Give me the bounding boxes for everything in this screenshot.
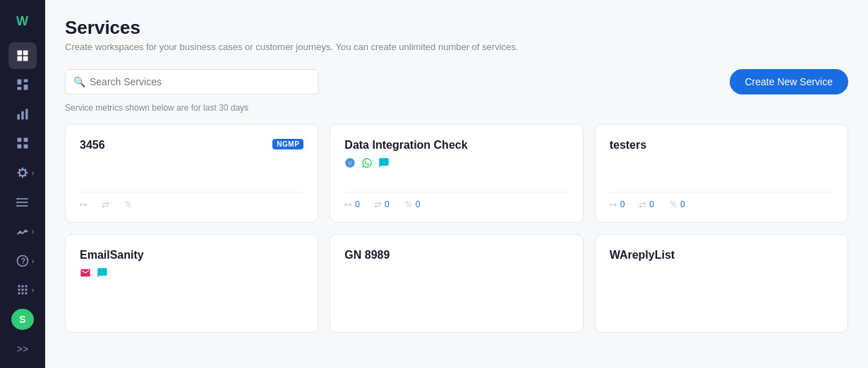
chat-icon <box>378 157 390 171</box>
search-input[interactable] <box>65 69 319 94</box>
stat-percent: ％ <box>123 198 133 211</box>
card-channel-icons <box>344 157 568 171</box>
percent-icon: ％ <box>123 198 133 211</box>
user-avatar[interactable]: S <box>11 309 34 330</box>
create-new-service-button[interactable]: Create New Service <box>730 69 849 94</box>
card-title: Data Integration Check <box>344 139 467 152</box>
google-icon <box>344 157 356 171</box>
svg-point-26 <box>21 285 23 287</box>
stat-percent: ％ 0 <box>668 198 685 211</box>
ngmp-badge: NGMP <box>272 139 303 149</box>
card-title: testers <box>610 139 646 152</box>
percent-icon: ％ <box>404 198 413 211</box>
stat-incoming: ↦ <box>80 198 88 211</box>
card-header: EmailSanity <box>80 249 303 262</box>
card-channel-icons <box>80 267 303 281</box>
page-title: Services <box>65 17 848 39</box>
outgoing-icon: ⇄ <box>374 200 382 210</box>
service-card-data-integration[interactable]: Data Integration Check ↦ 0 ⇄ <box>330 124 583 223</box>
service-card-emailsanity[interactable]: EmailSanity <box>65 234 318 333</box>
svg-rect-6 <box>18 80 22 85</box>
svg-point-33 <box>25 292 27 294</box>
percent-icon: ％ <box>668 198 677 211</box>
svg-point-27 <box>25 285 27 287</box>
svg-rect-2 <box>18 50 23 55</box>
search-icon: 🔍 <box>73 76 85 87</box>
page-subtitle: Create workspaces for your business case… <box>65 42 848 52</box>
stat-incoming: ↦ 0 <box>610 198 625 211</box>
stat-incoming: ↦ 0 <box>344 198 360 211</box>
service-card-testers[interactable]: testers ↦ 0 ⇄ 0 ％ 0 <box>595 124 848 223</box>
svg-rect-11 <box>21 111 23 120</box>
settings-chevron-icon: › <box>32 168 34 176</box>
service-card-3456[interactable]: 3456 NGMP ↦ ⇄ ％ <box>65 124 318 223</box>
sidebar-item-home[interactable] <box>8 42 37 69</box>
stat-percent: ％ 0 <box>404 198 421 211</box>
svg-point-29 <box>21 288 23 290</box>
metrics-note: Service metrics shown below are for last… <box>65 103 848 113</box>
svg-rect-17 <box>18 198 28 200</box>
service-card-gn8989[interactable]: GN 8989 <box>330 234 583 333</box>
sidebar-item-settings[interactable]: › <box>8 159 37 186</box>
svg-rect-7 <box>24 80 28 82</box>
svg-point-20 <box>16 197 18 200</box>
svg-rect-19 <box>18 205 28 207</box>
card-stats: ↦ 0 ⇄ 0 ％ 0 <box>344 192 568 211</box>
analytics-chevron-icon: › <box>32 228 34 235</box>
svg-rect-3 <box>23 50 28 55</box>
main-content: Services Create workspaces for your busi… <box>45 0 868 368</box>
apps-chevron-icon: › <box>32 286 34 294</box>
stat-outgoing-value: 0 <box>649 200 654 209</box>
svg-text:?: ? <box>21 257 26 265</box>
svg-rect-10 <box>18 114 20 120</box>
services-grid: 3456 NGMP ↦ ⇄ ％ Data Integration Check <box>65 124 848 333</box>
toolbar: 🔍 Create New Service <box>65 69 848 94</box>
stat-percent-value: 0 <box>416 200 421 209</box>
svg-point-28 <box>18 288 20 290</box>
stat-outgoing: ⇄ 0 <box>374 198 390 211</box>
sidebar-item-modules[interactable] <box>8 130 37 157</box>
card-header: WAreplyList <box>610 249 833 262</box>
incoming-icon: ↦ <box>80 200 88 210</box>
svg-rect-8 <box>18 87 22 90</box>
card-title: 3456 <box>80 139 105 152</box>
service-card-wareplylist[interactable]: WAreplyList <box>595 234 848 333</box>
help-chevron-icon: › <box>32 257 34 264</box>
card-stats: ↦ 0 ⇄ 0 ％ 0 <box>610 192 833 211</box>
card-stats: ↦ ⇄ ％ <box>80 192 303 211</box>
email-icon <box>80 267 91 281</box>
svg-rect-4 <box>18 56 23 61</box>
outgoing-icon: ⇄ <box>102 200 109 210</box>
sidebar-item-lists[interactable] <box>8 189 37 216</box>
incoming-icon: ↦ <box>344 200 352 210</box>
sidebar-expand-button[interactable]: >> <box>8 338 37 360</box>
chat-icon <box>97 267 108 281</box>
svg-rect-13 <box>18 138 22 142</box>
stat-outgoing: ⇄ <box>102 198 109 211</box>
card-title: WAreplyList <box>610 249 675 262</box>
card-header: Data Integration Check <box>344 139 568 152</box>
sidebar-item-apps[interactable]: › <box>8 276 37 303</box>
sidebar-item-dashboard[interactable] <box>8 72 37 99</box>
outgoing-icon: ⇄ <box>639 200 646 210</box>
app-logo[interactable]: W <box>10 8 35 34</box>
sidebar-item-help[interactable]: ? › <box>8 247 37 274</box>
whatsapp-icon <box>361 157 373 171</box>
svg-point-32 <box>21 292 23 294</box>
card-title: GN 8989 <box>344 249 390 262</box>
stat-outgoing: ⇄ 0 <box>639 198 654 211</box>
sidebar: W › › ? › › <box>0 0 45 368</box>
svg-rect-15 <box>18 145 22 149</box>
card-title: EmailSanity <box>80 249 144 262</box>
search-wrapper: 🔍 <box>65 69 319 94</box>
stat-incoming-value: 0 <box>620 200 625 209</box>
svg-text:W: W <box>16 14 28 28</box>
incoming-icon: ↦ <box>610 200 617 210</box>
sidebar-item-reports[interactable] <box>8 101 37 128</box>
svg-rect-9 <box>24 85 28 90</box>
svg-rect-5 <box>23 56 28 61</box>
sidebar-item-analytics[interactable]: › <box>8 218 37 245</box>
card-header: testers <box>610 139 833 152</box>
svg-point-22 <box>16 204 18 207</box>
card-header: GN 8989 <box>344 249 568 262</box>
